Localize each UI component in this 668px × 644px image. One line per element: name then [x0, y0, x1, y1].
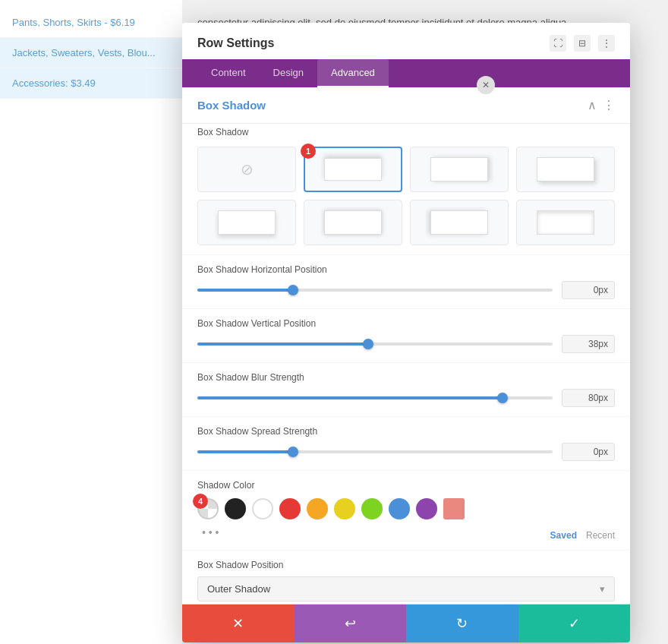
box-shadow-title: Box Shadow — [197, 99, 266, 112]
color-swatch-purple[interactable] — [416, 498, 437, 519]
spread-strength-row: 0px — [197, 443, 615, 461]
tab-content[interactable]: Content — [197, 59, 260, 87]
spread-strength-track[interactable] — [197, 450, 553, 453]
section-controls: ∧ ⋮ — [588, 98, 615, 112]
modal-tabs: Content Design Advanced — [182, 59, 630, 87]
reset-button[interactable]: ↩ — [295, 605, 407, 642]
tab-design[interactable]: Design — [260, 59, 317, 87]
row-settings-modal: Row Settings ⛶ ⊟ ⋮ Content Design Advanc… — [182, 23, 630, 642]
color-swatch-orange[interactable] — [307, 498, 328, 519]
blur-strength-section: Box Shadow Blur Strength 80px — [182, 362, 630, 416]
blur-strength-label: Box Shadow Blur Strength — [197, 372, 615, 383]
vertical-position-row: 38px — [197, 335, 615, 353]
horizontal-position-row: 0px — [197, 281, 615, 299]
shadow-top-option[interactable]: 1 — [304, 147, 402, 192]
modal-header: Row Settings ⛶ ⊟ ⋮ — [182, 23, 630, 52]
position-dropdown[interactable]: Outer Shadow ▾ — [197, 576, 615, 601]
color-tab-saved[interactable]: Saved — [550, 530, 577, 541]
shadow-inset-preview — [537, 210, 595, 235]
shadow-right-preview — [430, 157, 489, 182]
color-swatches: 4 — [197, 498, 615, 519]
section-more-icon[interactable]: ⋮ — [603, 98, 615, 112]
shadow-all-preview — [324, 210, 383, 235]
sidebar-item-accessories[interactable]: Accessories: $3.49 — [0, 68, 182, 99]
shadow-preview-grid: ⊘ 1 — [182, 137, 630, 254]
split-view-icon[interactable]: ⊟ — [574, 35, 591, 52]
horizontal-position-label: Box Shadow Horizontal Position — [197, 264, 615, 275]
shadow-all-option[interactable] — [304, 200, 402, 245]
vertical-position-section: Box Shadow Vertical Position 38px — [182, 308, 630, 362]
vertical-position-track[interactable] — [197, 343, 553, 346]
sidebar-item-jackets[interactable]: Jackets, Sweaters, Vests, Blou... — [0, 38, 182, 68]
modal-footer: ✕ ↩ ↻ ✓ — [182, 604, 630, 642]
shadow-bottom-right-option[interactable] — [516, 147, 615, 192]
shadow-left-preview — [430, 210, 489, 235]
header-icons: ⛶ ⊟ ⋮ — [550, 35, 615, 52]
color-swatch-blue[interactable] — [389, 498, 410, 519]
blur-strength-track[interactable] — [197, 396, 553, 399]
redo-button[interactable]: ↻ — [406, 605, 518, 642]
spread-strength-label: Box Shadow Spread Strength — [197, 426, 615, 437]
badge-4: 4 — [193, 494, 208, 509]
color-section: Shadow Color 4 • • • Sa — [182, 470, 630, 550]
modal-title: Row Settings — [197, 36, 274, 50]
shadow-none-option[interactable]: ⊘ — [197, 147, 296, 192]
dropdown-arrow-icon: ▾ — [600, 583, 605, 595]
badge-1: 1 — [301, 144, 316, 159]
blur-strength-row: 80px — [197, 389, 615, 407]
more-options-icon[interactable]: ⋮ — [598, 35, 615, 52]
shadow-bottom-right-preview — [537, 157, 595, 182]
vertical-position-value[interactable]: 38px — [562, 335, 615, 353]
color-swatch-green[interactable] — [361, 498, 383, 519]
shadow-bottom-option[interactable] — [197, 200, 296, 245]
sidebar-item-pants[interactable]: Pants, Shorts, Skirts - $6.19 — [0, 8, 182, 38]
spread-strength-value[interactable]: 0px — [562, 443, 615, 461]
shadow-right-option[interactable] — [410, 147, 509, 192]
cancel-button[interactable]: ✕ — [182, 605, 295, 642]
color-tab-recent[interactable]: Recent — [586, 530, 615, 541]
color-swatch-black[interactable] — [225, 498, 246, 519]
color-swatch-pink[interactable] — [443, 498, 465, 519]
position-label: Box Shadow Position — [197, 560, 615, 570]
horizontal-position-track[interactable] — [197, 289, 553, 292]
save-button[interactable]: ✓ — [518, 605, 631, 642]
box-shadow-section-header: Box Shadow ∧ ⋮ — [182, 87, 630, 124]
shadow-bottom-preview — [218, 210, 276, 235]
color-swatch-red[interactable] — [279, 498, 301, 519]
shadow-inset-option[interactable] — [516, 200, 615, 245]
box-shadow-label: Box Shadow — [182, 124, 630, 137]
background-sidebar: Pants, Shorts, Skirts - $6.19 Jackets, S… — [0, 0, 182, 644]
blur-strength-value[interactable]: 80px — [562, 389, 615, 407]
color-swatch-yellow[interactable] — [334, 498, 355, 519]
horizontal-position-section: Box Shadow Horizontal Position 0px — [182, 254, 630, 308]
color-label: Shadow Color — [197, 480, 615, 491]
close-icon[interactable]: ✕ — [477, 76, 495, 94]
modal-body: Box Shadow ∧ ⋮ Box Shadow ⊘ 1 — [182, 87, 630, 604]
collapse-icon[interactable]: ∧ — [588, 98, 597, 112]
fullscreen-icon[interactable]: ⛶ — [550, 35, 566, 52]
more-colors-button[interactable]: • • • — [197, 525, 223, 540]
no-shadow-icon: ⊘ — [241, 160, 254, 178]
color-tabs: Saved Recent — [550, 530, 615, 541]
position-select-section: Box Shadow Position Outer Shadow ▾ — [182, 550, 630, 604]
tab-advanced[interactable]: Advanced — [317, 59, 389, 87]
spread-strength-section: Box Shadow Spread Strength 0px — [182, 416, 630, 470]
color-swatch-white[interactable] — [252, 498, 273, 519]
vertical-position-label: Box Shadow Vertical Position — [197, 318, 615, 329]
horizontal-position-value[interactable]: 0px — [562, 281, 615, 299]
shadow-left-option[interactable] — [410, 200, 509, 245]
shadow-top-preview — [324, 158, 382, 182]
